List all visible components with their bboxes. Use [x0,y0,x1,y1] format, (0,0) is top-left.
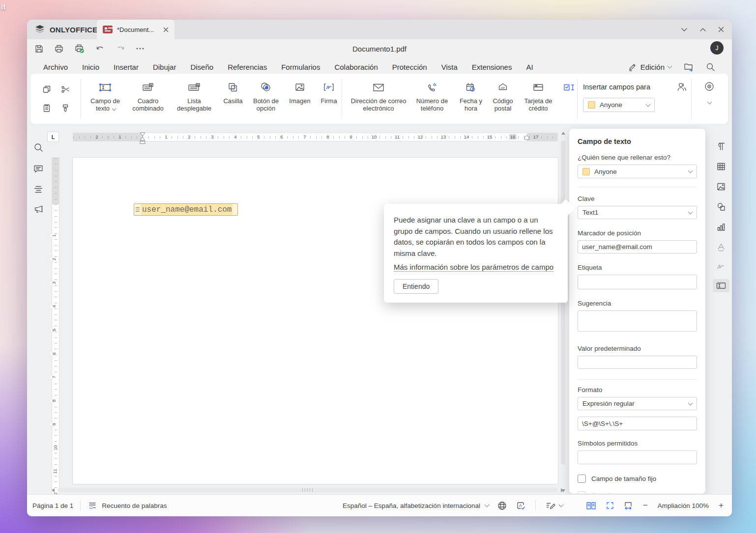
role-dropdown[interactable]: Anyone [583,98,655,112]
window-close-icon[interactable] [718,27,724,32]
scroll-grip[interactable] [302,488,313,492]
complex-field-button[interactable] [558,79,582,95]
menu-dibujar[interactable]: Dibujar [153,63,176,71]
comments-icon[interactable] [33,164,44,174]
checkbox-button[interactable]: Casilla [218,79,248,105]
default-value-input[interactable] [578,356,697,369]
format-dropdown[interactable]: Expresión regular [578,397,697,410]
two-page-view-icon[interactable] [585,501,597,510]
menu-inicio[interactable]: Inicio [82,63,99,71]
zoom-out-button[interactable]: − [641,501,649,510]
word-count-label[interactable]: Recuento de palabras [102,502,167,509]
regex-input[interactable] [578,417,697,430]
search-icon[interactable] [706,62,715,72]
undo-icon[interactable] [95,45,105,53]
redo-icon[interactable] [116,45,125,53]
fit-width-icon[interactable] [623,501,633,510]
format-painter-icon[interactable] [60,103,70,113]
feedback-icon[interactable] [33,204,44,214]
save-icon[interactable] [34,44,44,54]
text-field-button[interactable]: Campo de texto [85,79,126,112]
allowed-symbols-input[interactable] [578,450,697,464]
scroll-up-arrow-icon[interactable] [561,132,565,135]
menu-proteccion[interactable]: Protección [392,63,427,71]
indent-marker[interactable] [140,132,145,144]
datetime-field-button[interactable]: Fecha y hora [455,79,487,112]
text-form-field[interactable]: user_name@email.com [134,203,238,216]
menu-diseno[interactable]: Diseño [190,63,213,71]
status-bar: Página 1 de 1 12 Recuento de palabras Es… [27,494,732,516]
vertical-scroll-thumb[interactable] [561,140,565,465]
manage-roles-icon[interactable] [675,82,687,92]
menu-insertar[interactable]: Insertar [114,63,139,71]
view-form-icon[interactable] [703,81,715,92]
quick-print-icon[interactable] [74,44,85,54]
page-indicator[interactable]: Página 1 de 1 [32,502,73,509]
fixed-size-checkbox[interactable]: Campo de tamaño fijo [578,475,697,483]
cut-icon[interactable] [60,84,70,94]
shape-settings-icon[interactable] [716,202,726,212]
tooltip-ok-button[interactable]: Entiendo [394,279,438,294]
track-changes-selector[interactable] [545,501,563,510]
tab-stop-selector[interactable]: L [47,132,59,142]
signature-settings-icon[interactable] [716,262,727,271]
email-field-button[interactable]: Dirección de correo electrónico [348,79,409,112]
language-selector[interactable]: Español – España, alfabetización interna… [343,502,489,509]
copy-icon[interactable] [42,84,52,94]
menu-ai[interactable]: AI [526,63,533,71]
menu-vista[interactable]: Vista [441,63,458,71]
paste-icon[interactable] [42,103,52,113]
zoom-in-button[interactable]: + [717,501,725,510]
table-settings-icon[interactable] [716,162,726,171]
document-tab[interactable]: *Document... [97,20,174,39]
credit-card-field-button[interactable]: Tarjeta de crédito [519,79,558,112]
image-field-button[interactable]: Imagen [284,79,316,105]
combo-box-button[interactable]: Cuadro combinado [126,79,170,112]
menu-formularios[interactable]: Formularios [281,63,320,71]
edit-mode-selector[interactable]: Edición [628,62,671,72]
tab-close-icon[interactable] [163,27,169,32]
zip-code-field-button[interactable]: ZIP Código postal [487,79,519,112]
set-language-globe-icon[interactable] [497,501,507,511]
placeholder-label: Marcador de posición [578,229,697,237]
right-indent-marker[interactable] [524,135,529,140]
open-file-location-icon[interactable] [683,62,694,72]
menu-referencias[interactable]: Referencias [228,63,267,71]
menu-archivo[interactable]: Archivo [43,63,68,71]
vertical-scrollbar[interactable] [559,130,567,494]
find-icon[interactable] [33,142,44,153]
scroll-right-arrow-icon[interactable] [561,488,564,492]
key-dropdown[interactable]: Text1 [578,206,697,219]
print-icon[interactable] [54,44,64,54]
chevron-down-icon [688,400,693,405]
radio-button-button[interactable]: Botón de opción [248,79,284,112]
horizontal-scrollbar[interactable] [51,486,565,494]
who-fills-dropdown[interactable]: Anyone [578,165,697,178]
paragraph-settings-icon[interactable] [716,141,726,151]
tag-input[interactable] [578,275,697,289]
ribbon-collapse-chevron-icon[interactable] [707,100,712,105]
spellcheck-icon[interactable]: A [516,501,526,511]
tip-input[interactable] [578,310,697,332]
signature-field-button[interactable]: Firma [316,79,342,105]
form-settings-icon[interactable] [713,279,729,292]
more-actions-icon[interactable] [136,47,145,50]
fit-page-icon[interactable] [605,501,615,510]
field-drag-handle[interactable] [134,204,141,215]
desktop-icon-label[interactable]: lf [1,3,5,11]
image-settings-icon[interactable] [716,182,726,192]
tooltip-learn-more-link[interactable]: Más información sobre los parámetros de … [394,263,553,272]
avatar[interactable]: J [710,41,724,55]
placeholder-input[interactable] [578,240,697,253]
window-maximize-icon[interactable] [699,28,706,32]
window-minimize-icon[interactable] [681,28,688,32]
text-art-settings-icon[interactable] [716,242,726,252]
menu-colaboracion[interactable]: Colaboración [334,63,378,71]
chart-settings-icon[interactable] [716,222,726,232]
phone-field-button[interactable]: Número de teléfono [409,79,455,112]
document-title[interactable]: Documento1.pdf [27,45,732,53]
scroll-left-arrow-icon[interactable] [52,488,55,492]
menu-extensiones[interactable]: Extensiones [472,63,512,71]
navigation-headings-icon[interactable] [33,185,43,193]
dropdown-list-button[interactable]: Lista desplegable [170,79,218,112]
